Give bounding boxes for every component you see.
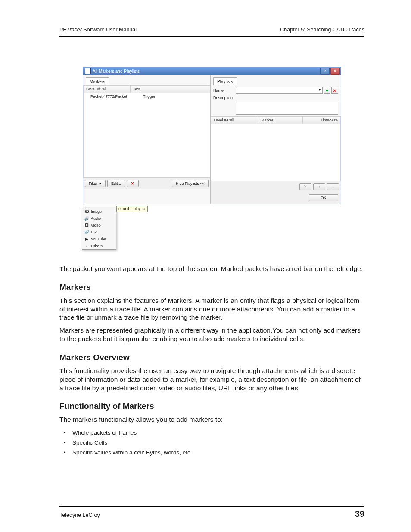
- list-item: Specific values within a cell: Bytes, wo…: [72, 448, 364, 458]
- remove-playlist-button[interactable]: ✕: [331, 87, 338, 94]
- audio-icon: 🔊: [84, 216, 89, 221]
- list-item: Whole packets or frames: [72, 428, 364, 438]
- menu-label: Audio: [91, 216, 101, 221]
- move-up-button[interactable]: ↑: [313, 183, 325, 190]
- file-icon: ▫: [84, 243, 89, 249]
- menu-item-others[interactable]: ▫Others: [82, 243, 116, 249]
- close-icon[interactable]: ✕: [330, 68, 340, 75]
- markers-pane: Markers Level #/Cell Text Packet 47772/P…: [83, 75, 211, 204]
- screenshot-figure: All Markers and Playlists ? ✕ Markers Le…: [83, 67, 341, 254]
- running-header: PETracer Software User Manual Chapter 5:…: [59, 27, 364, 33]
- footer-rule: [59, 506, 364, 507]
- menu-label: Image: [91, 209, 102, 214]
- description-textarea[interactable]: [236, 102, 338, 115]
- header-left-post: Software User Manual: [82, 27, 137, 33]
- menu-item-youtube[interactable]: ▶YouTube: [82, 236, 116, 243]
- menu-item-video[interactable]: 🎞Video: [82, 222, 116, 229]
- header-left: PETracer Software User Manual: [59, 27, 137, 33]
- functionality-paragraph: The markers functionality allows you to …: [59, 415, 364, 424]
- running-footer: Teledyne LeCroy 39: [59, 506, 364, 519]
- table-row[interactable]: Packet 47772/Packet Trigger: [84, 93, 210, 100]
- menu-label: YouTube: [91, 237, 106, 241]
- col-timesize[interactable]: Time/Size: [303, 116, 341, 124]
- hide-playlists-button[interactable]: Hide Playlists <<: [172, 180, 209, 187]
- col-level[interactable]: Level #/Cell: [83, 85, 131, 93]
- titlebar[interactable]: All Markers and Playlists ? ✕: [83, 67, 341, 75]
- name-label: Name:: [213, 88, 236, 93]
- intro-paragraph: The packet you want appears at the top o…: [59, 264, 364, 273]
- marker-button-bar: Filter ▼ Edit... ✕ Hide Playlists <<: [83, 178, 210, 189]
- playlists-pane: Playlists Name: ▼ + ✕ Description:: [211, 75, 341, 204]
- menu-item-url[interactable]: 🔗URL: [82, 229, 116, 236]
- list-item: Specific Cells: [72, 438, 364, 448]
- menu-label: URL: [91, 230, 99, 234]
- name-row: Name: ▼ + ✕: [211, 86, 341, 95]
- cell-level: Packet 47772/Packet: [84, 93, 140, 100]
- window-title: All Markers and Playlists: [93, 69, 140, 74]
- delete-marker-button[interactable]: ✕: [127, 180, 139, 187]
- plus-icon: +: [326, 88, 328, 93]
- header-left-pre: PE: [59, 27, 67, 33]
- markers-paragraph-2: Markers are represented graphically in a…: [59, 326, 364, 343]
- tab-playlists[interactable]: Playlists: [213, 77, 237, 85]
- description-label: Description:: [213, 96, 236, 100]
- col-marker[interactable]: Marker: [258, 116, 303, 124]
- delete-entry-button[interactable]: ✕: [299, 183, 311, 190]
- heading-functionality: Functionality of Markers: [59, 401, 364, 411]
- url-icon: 🔗: [84, 230, 89, 235]
- edit-button[interactable]: Edit...: [107, 180, 125, 187]
- app-icon: [85, 68, 91, 74]
- menu-label: Video: [91, 223, 101, 227]
- markers-paragraph-1: This section explains the features of Ma…: [59, 296, 364, 322]
- cell-text: Trigger: [140, 93, 210, 100]
- add-playlist-button[interactable]: +: [324, 87, 330, 94]
- header-left-italic: Tracer: [67, 27, 82, 33]
- arrow-up-icon: ↑: [318, 184, 321, 189]
- header-right: Chapter 5: Searching CATC Traces: [280, 27, 364, 33]
- playlist-icon-bar: ✕ ↑ ↓: [211, 181, 341, 192]
- help-icon[interactable]: ?: [320, 68, 330, 75]
- video-icon: 🎞: [84, 223, 89, 228]
- name-combo[interactable]: ▼: [236, 87, 323, 94]
- filter-button[interactable]: Filter ▼: [85, 180, 106, 187]
- heading-markers-overview: Markers Overview: [59, 353, 364, 362]
- description-row: Description:: [211, 95, 341, 101]
- marker-list-header: Level #/Cell Text: [83, 85, 210, 93]
- menu-label: Others: [91, 244, 103, 248]
- x-icon: ✕: [131, 181, 134, 186]
- functionality-bullets: Whole packets or frames Specific Cells S…: [72, 428, 364, 458]
- dialog-window: All Markers and Playlists ? ✕ Markers Le…: [83, 67, 341, 204]
- x-icon: ✕: [333, 88, 336, 93]
- header-rule: [59, 36, 364, 37]
- marker-list[interactable]: Packet 47772/Packet Trigger: [83, 93, 210, 178]
- arrow-down-icon: ↓: [332, 184, 334, 189]
- menu-item-image[interactable]: 🖼Image: [82, 208, 116, 215]
- chevron-down-icon: ▼: [99, 182, 102, 185]
- page-number: 39: [355, 509, 364, 519]
- filter-popup-menu[interactable]: 🖼Image 🔊Audio 🎞Video 🔗URL ▶YouTube ▫Othe…: [82, 208, 116, 250]
- youtube-icon: ▶: [84, 236, 89, 242]
- tooltip: m to the playlist: [116, 206, 148, 212]
- col-text[interactable]: Text: [131, 85, 210, 93]
- tab-markers[interactable]: Markers: [86, 77, 109, 85]
- heading-markers: Markers: [59, 283, 364, 292]
- filter-label: Filter: [89, 181, 97, 186]
- chevron-down-icon: ▼: [318, 88, 321, 92]
- image-icon: 🖼: [84, 209, 89, 214]
- playlist-entry-list[interactable]: [211, 124, 341, 181]
- move-down-button[interactable]: ↓: [327, 183, 339, 190]
- ok-row: OK: [211, 192, 341, 204]
- ok-button[interactable]: OK: [309, 194, 338, 201]
- col-level[interactable]: Level #/Cell: [211, 116, 258, 124]
- x-icon: ✕: [304, 184, 307, 189]
- footer-left: Teledyne LeCroy: [59, 512, 100, 518]
- playlist-entry-header: Level #/Cell Marker Time/Size: [211, 116, 341, 124]
- menu-item-audio[interactable]: 🔊Audio: [82, 215, 116, 222]
- overview-paragraph: This functionality provides the user an …: [59, 367, 364, 392]
- article-body: The packet you want appears at the top o…: [59, 264, 364, 458]
